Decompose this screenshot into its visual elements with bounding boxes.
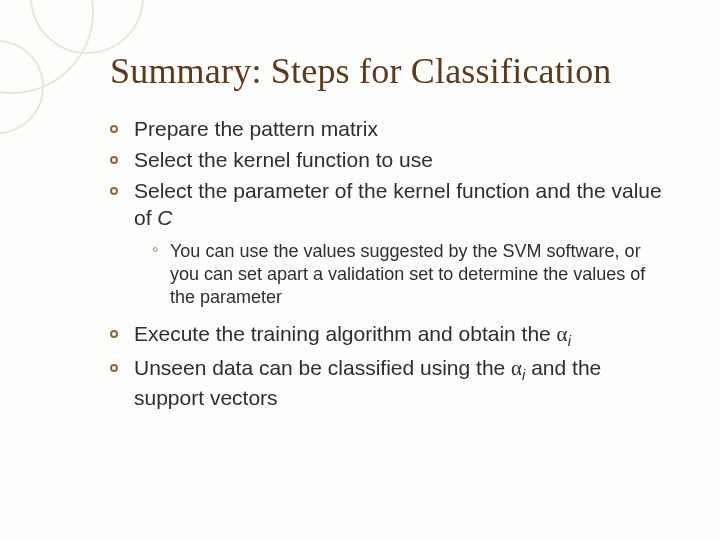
sub-bullet-item: You can use the values suggested by the … xyxy=(152,240,665,309)
sub-bullet-list: You can use the values suggested by the … xyxy=(134,240,665,309)
alpha-symbol: α xyxy=(557,322,568,346)
var-c: C xyxy=(157,206,172,229)
bullet-item-1: Prepare the pattern matrix xyxy=(110,116,665,143)
slide-title: Summary: Steps for Classification xyxy=(110,50,665,92)
bullet-item-4: Execute the training algorithm and obtai… xyxy=(110,321,665,351)
bullet-text: Select the kernel function to use xyxy=(134,148,433,171)
bullet-text: Select the parameter of the kernel funct… xyxy=(134,179,662,229)
subscript-i: i xyxy=(568,333,571,349)
bullet-item-2: Select the kernel function to use xyxy=(110,147,665,174)
sub-bullet-text: You can use the values suggested by the … xyxy=(170,241,645,307)
bullet-list: Prepare the pattern matrix Select the ke… xyxy=(110,116,665,411)
slide-content: Summary: Steps for Classification Prepar… xyxy=(0,0,720,540)
bullet-item-3: Select the parameter of the kernel funct… xyxy=(110,178,665,309)
bullet-text: Execute the training algorithm and obtai… xyxy=(134,322,557,345)
alpha-symbol: α xyxy=(511,356,522,380)
bullet-item-5: Unseen data can be classified using the … xyxy=(110,355,665,412)
bullet-text: Unseen data can be classified using the xyxy=(134,356,511,379)
bullet-text: Prepare the pattern matrix xyxy=(134,117,378,140)
